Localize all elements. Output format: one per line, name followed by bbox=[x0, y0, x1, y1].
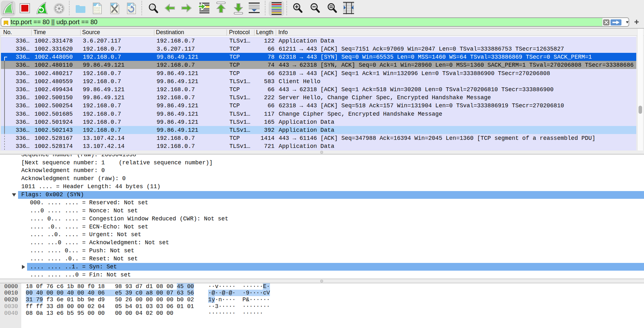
svg-text:01010: 01010 bbox=[94, 7, 101, 9]
svg-text:01101: 01101 bbox=[94, 9, 101, 12]
svg-text:01110: 01110 bbox=[94, 12, 101, 14]
